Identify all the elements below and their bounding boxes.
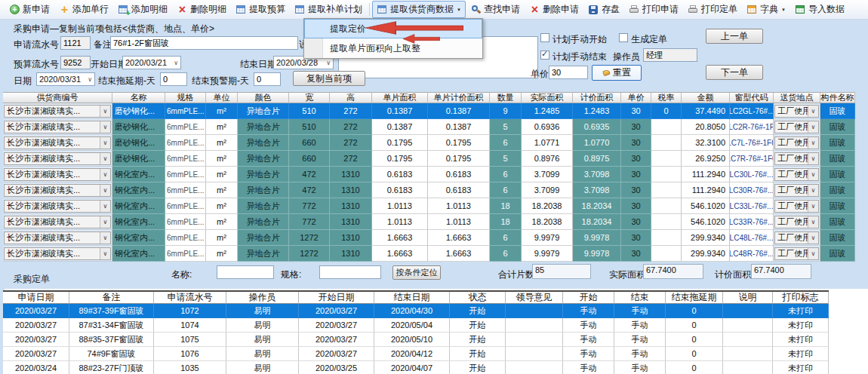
filter-spec-field[interactable] — [319, 265, 381, 279]
grid-cell[interactable]: 6 — [490, 182, 522, 198]
chevron-down-icon[interactable]: ∨ — [100, 201, 110, 212]
table-row[interactable]: 2020/03/2488#23-27F门顶玻1035易明2020/03/2520… — [3, 361, 829, 374]
grid-cell[interactable]: 1.6663 — [372, 246, 428, 262]
grid-column-header[interactable]: 送货地点 — [774, 92, 820, 103]
order-cell[interactable]: 开始 — [450, 333, 506, 347]
order-cell[interactable]: 手动 — [563, 304, 614, 318]
grid-cell[interactable]: 6mmPLE... — [165, 135, 206, 151]
grid-cell[interactable]: 9 — [490, 103, 522, 119]
grid-cell[interactable]: 6mmPLE... — [165, 151, 206, 167]
chevron-down-icon[interactable]: ∨ — [808, 248, 818, 259]
order-cell[interactable] — [723, 318, 773, 333]
order-cell[interactable]: 易明 — [226, 304, 299, 318]
grid-cell[interactable]: 0.8976 — [522, 151, 573, 167]
grid-cell[interactable]: 1.0113 — [428, 214, 490, 230]
order-cell[interactable] — [506, 304, 563, 318]
order-cell[interactable]: 2020/04/07 — [374, 361, 450, 374]
grid-cell[interactable]: 钢化室内... — [112, 198, 165, 214]
orders-column-header[interactable]: 备注 — [69, 292, 154, 304]
table-row[interactable]: 长沙市潇湘玻璃实...∨钢化室内...6mmPLE...m²异地合片772131… — [3, 214, 855, 230]
dictionary-button[interactable]: 字典▼ — [742, 1, 790, 18]
extract-supplement-plan-button[interactable]: 提取补单计划 — [290, 1, 367, 18]
supplier-combobox[interactable]: 长沙市潇湘玻璃实...∨ — [4, 121, 111, 133]
grid-cell[interactable]: 1.0113 — [428, 198, 490, 214]
grid-cell[interactable]: 0.1795 — [428, 135, 490, 151]
grid-cell[interactable] — [651, 182, 682, 198]
grid-cell[interactable]: 固玻 — [820, 119, 855, 135]
grid-cell[interactable]: 1272 — [289, 246, 330, 262]
grid-cell[interactable]: 30 — [621, 151, 651, 167]
supplier-combobox[interactable]: 长沙市潇湘玻璃实...∨ — [4, 105, 111, 118]
grid-cell[interactable]: 1.6663 — [428, 230, 490, 246]
grid-cell[interactable]: 0 — [651, 103, 682, 119]
grid-cell[interactable]: 9.9978 — [573, 246, 621, 262]
delivery-combobox[interactable]: 工厂使用∨ — [774, 105, 819, 118]
grid-cell[interactable]: 472 — [289, 182, 330, 198]
grid-cell[interactable]: 5 — [490, 119, 522, 135]
order-cell[interactable]: 89#37-39F窗固玻 — [69, 304, 154, 318]
grid-cell[interactable]: 111.2940 — [682, 167, 730, 182]
delivery-combobox[interactable]: 工厂使用∨ — [774, 200, 819, 213]
grid-cell[interactable]: 3.7099 — [522, 167, 573, 182]
unit-price-field[interactable] — [549, 66, 588, 79]
grid-cell[interactable]: 异地合片 — [238, 103, 289, 119]
grid-cell[interactable]: 0.1387 — [372, 103, 428, 119]
order-cell[interactable]: 易明 — [226, 361, 299, 374]
manual-end-checkbox[interactable] — [540, 51, 549, 60]
table-row[interactable]: 2020/03/2787#31-34F窗固玻1074易明2020/03/2720… — [3, 318, 829, 333]
supplier-combobox[interactable]: 长沙市潇湘玻璃实...∨ — [4, 184, 111, 197]
grid-column-header[interactable]: 规格 — [165, 92, 206, 103]
grid-cell[interactable]: 9.9979 — [522, 246, 573, 262]
delivery-combobox[interactable]: 工厂使用∨ — [774, 136, 819, 149]
chevron-down-icon[interactable]: ∨ — [100, 121, 110, 133]
table-row[interactable]: 2020/03/2774#9F窗固玻1076易明2020/03/272020/0… — [3, 347, 829, 361]
grid-cell[interactable]: 9.9979 — [522, 230, 573, 246]
order-cell[interactable]: 手动 — [614, 347, 666, 361]
grid-cell[interactable]: 0.1795 — [372, 135, 428, 151]
generate-order-checkbox[interactable] — [619, 33, 628, 42]
delivery-combobox[interactable]: 工厂使用∨ — [774, 152, 819, 165]
order-cell[interactable]: 2020/03/25 — [299, 361, 374, 374]
find-request-button[interactable]: 查找申请 — [466, 1, 525, 18]
delivery-combobox[interactable]: 工厂使用∨ — [774, 168, 819, 181]
orders-column-header[interactable]: 结束日期 — [374, 292, 450, 304]
chevron-down-icon[interactable]: ∨ — [100, 232, 110, 244]
grid-cell[interactable] — [651, 167, 682, 182]
add-detail-button[interactable]: 添加明细 — [113, 1, 172, 18]
order-cell[interactable]: 开始 — [450, 347, 506, 361]
order-cell[interactable] — [506, 318, 563, 333]
grid-cell[interactable]: 18.2034 — [573, 214, 621, 230]
order-cell[interactable]: 未打印 — [773, 304, 829, 318]
grid-cell[interactable]: 9.9978 — [573, 230, 621, 246]
grid-cell[interactable]: 1310 — [330, 198, 372, 214]
grid-cell[interactable]: 3.7098 — [573, 167, 621, 182]
order-cell[interactable]: 2020/03/27 — [3, 304, 69, 318]
grid-cell[interactable]: 0.6183 — [428, 167, 490, 182]
start-date-combobox[interactable]: 2020/03/21 ∨ — [122, 56, 181, 69]
order-cell[interactable]: 74#9F窗固玻 — [69, 347, 154, 361]
grid-cell[interactable]: 钢化室内... — [112, 214, 165, 230]
grid-cell[interactable]: LC7L-76#-1F0 — [730, 135, 774, 151]
grid-cell[interactable]: 1310 — [330, 230, 372, 246]
grid-cell[interactable]: 546.1020 — [682, 198, 730, 214]
table-row[interactable]: 长沙市潇湘玻璃实...∨磨砂钢化...6mmPLE...m²异地合片510272… — [3, 119, 855, 135]
grid-cell[interactable]: 6mmPLE... — [165, 182, 206, 198]
serial-number-field[interactable] — [60, 36, 91, 50]
order-cell[interactable]: 1074 — [154, 318, 226, 333]
grid-cell[interactable]: LC33L-76#... — [730, 198, 774, 214]
chevron-down-icon[interactable]: ∨ — [808, 106, 818, 117]
order-cell[interactable] — [506, 333, 563, 347]
order-cell[interactable]: 1035 — [154, 361, 226, 374]
grid-cell[interactable]: 固玻 — [820, 182, 855, 198]
locate-by-condition-button[interactable]: 按条件定位 — [392, 265, 441, 280]
grid-cell[interactable]: 272 — [330, 135, 372, 151]
previous-order-button[interactable]: 上一单 — [706, 29, 763, 44]
grid-cell[interactable]: 异地合片 — [238, 246, 289, 262]
delivery-combobox[interactable]: 工厂使用∨ — [774, 231, 819, 244]
orders-column-header[interactable]: 申请日期 — [3, 292, 69, 304]
grid-column-header[interactable]: 实际面积 — [522, 92, 573, 103]
chevron-down-icon[interactable]: ∨ — [808, 137, 818, 149]
order-cell[interactable]: 0 — [666, 318, 723, 333]
grid-cell[interactable]: 30 — [621, 135, 651, 151]
orders-column-header[interactable]: 说明 — [723, 292, 773, 304]
